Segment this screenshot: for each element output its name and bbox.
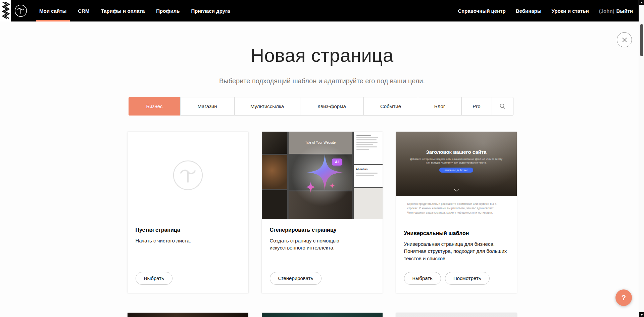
scroll-up-icon: [640, 2, 643, 3]
preview-about-label: About us: [356, 168, 368, 171]
nav-tariffs[interactable]: Тарифы и оплата: [101, 0, 145, 21]
select-universal-button[interactable]: Выбрать: [404, 272, 441, 285]
card-description: Начать с чистого листа.: [136, 237, 240, 244]
tab-pro[interactable]: Pro: [461, 97, 492, 116]
card-description: Создать страницу с помощью искусственног…: [270, 237, 375, 252]
preview-tile-photo: [262, 155, 287, 189]
card-actions: Выбрать Посмотреть: [404, 272, 509, 285]
universal-preview-hero: Заголовок вашего сайта Добавьте интересн…: [396, 132, 517, 196]
tab-business[interactable]: Бизнес: [129, 97, 181, 116]
tab-store[interactable]: Магазин: [180, 97, 235, 116]
generate-button[interactable]: Сгенерировать: [270, 272, 322, 285]
card-actions: Выбрать: [136, 272, 240, 285]
preview-tile-photo: [262, 132, 287, 154]
card-body: Пустая страница Начать с чистого листа. …: [128, 219, 248, 293]
scrollbar-up-button[interactable]: [639, 0, 644, 5]
card-body: Универсальный шаблон Универсальная стран…: [396, 224, 517, 293]
template-cards-row: Пустая страница Начать с чистого листа. …: [128, 132, 517, 293]
nav-webinars[interactable]: Вебинары: [516, 0, 542, 21]
top-navigation-bar: Мои сайты CRM Тарифы и оплата Профиль Пр…: [11, 0, 639, 21]
help-button[interactable]: ?: [615, 289, 632, 306]
card-title: Сгенерировать страницу: [270, 227, 375, 233]
nav-invite-friend[interactable]: Пригласи друга: [191, 0, 230, 21]
preview-hero-button: основное действие: [439, 168, 473, 173]
template-card-partial[interactable]: [396, 313, 517, 317]
ai-preview-collage: Title of Your Website About us: [262, 132, 383, 219]
user-name: (John): [599, 8, 614, 14]
page-title: Новая страница: [0, 45, 644, 66]
card-title: Пустая страница: [136, 227, 240, 233]
template-thumbnail: [396, 313, 517, 317]
template-card-generate: Title of Your Website About us: [262, 132, 383, 293]
preview-tile-about: About us: [354, 165, 383, 187]
preview-tile-text: [354, 132, 383, 164]
help-question-icon: ?: [622, 293, 626, 302]
tilda-watermark-icon: [172, 160, 203, 191]
template-card-blank: Пустая страница Начать с чистого листа. …: [128, 132, 248, 293]
preview-tile-photo: [262, 190, 287, 219]
nav-crm[interactable]: CRM: [78, 0, 89, 21]
tab-multilink[interactable]: Мультиссылка: [234, 97, 300, 116]
blank-preview: [128, 132, 248, 219]
secondary-menu: Справочный центр Вебинары Уроки и статьи…: [458, 0, 633, 21]
nav-help-center[interactable]: Справочный центр: [458, 0, 505, 21]
vertical-scrollbar[interactable]: [639, 0, 644, 317]
card-description: Универсальная страница для бизнеса. Поня…: [404, 240, 509, 262]
preview-hero-caption: Добавьте интересные подробности о вашей …: [409, 157, 503, 165]
tilda-logo[interactable]: [14, 4, 27, 17]
preview-body-text: Коротко представьтесь и расскажите о ком…: [396, 196, 517, 224]
nav-my-sites[interactable]: Мои сайты: [39, 0, 66, 21]
preview-tile-light: [354, 188, 383, 219]
template-category-tabs: Бизнес Магазин Мультиссылка Квиз-форма С…: [129, 97, 516, 116]
card-actions: Сгенерировать: [270, 272, 375, 285]
card-body: Сгенерировать страницу Создать страницу …: [262, 219, 383, 293]
card-title: Универсальный шаблон: [404, 230, 509, 236]
scrollbar-down-button[interactable]: [639, 312, 644, 317]
ai-sparkle-icon: [295, 147, 349, 201]
zigzag-decoration: [0, 0, 11, 21]
template-thumbnail: [262, 313, 383, 317]
scrollbar-thumb[interactable]: [640, 24, 643, 56]
page-subtitle: Выберите подходящий шаблон и адаптируйте…: [0, 77, 644, 85]
template-cards-row-2: [128, 313, 517, 317]
preview-universal-button[interactable]: Посмотреть: [445, 272, 490, 285]
nav-logout[interactable]: (John) Выйти: [599, 0, 633, 21]
main-menu: Мои сайты CRM Тарифы и оплата Профиль Пр…: [39, 0, 230, 21]
close-icon: [622, 37, 627, 43]
template-card-partial[interactable]: [128, 313, 248, 317]
ai-badge: AI: [332, 158, 342, 166]
tab-event[interactable]: Событие: [363, 97, 418, 116]
nav-profile[interactable]: Профиль: [156, 0, 180, 21]
tilda-logo-icon: [14, 4, 27, 17]
tab-quiz-form[interactable]: Квиз-форма: [300, 97, 364, 116]
logout-label: Выйти: [616, 8, 633, 14]
template-thumbnail: [128, 313, 248, 317]
template-card-universal: Заголовок вашего сайта Добавьте интересн…: [396, 132, 517, 293]
chevron-down-icon: [454, 187, 459, 193]
zigzag-pattern-icon: [2, 1, 10, 20]
tab-blog[interactable]: Блог: [418, 97, 462, 116]
search-icon: [499, 103, 505, 109]
nav-lessons[interactable]: Уроки и статьи: [552, 0, 589, 21]
tab-search[interactable]: [492, 97, 513, 116]
select-blank-button[interactable]: Выбрать: [136, 272, 172, 285]
new-page-dialog: Новая страница Выберите подходящий шабло…: [0, 0, 644, 317]
preview-hero-title: Заголовок вашего сайта: [426, 149, 486, 155]
scroll-down-icon: [640, 314, 643, 316]
close-button[interactable]: [617, 32, 632, 47]
template-card-partial[interactable]: [262, 313, 383, 317]
